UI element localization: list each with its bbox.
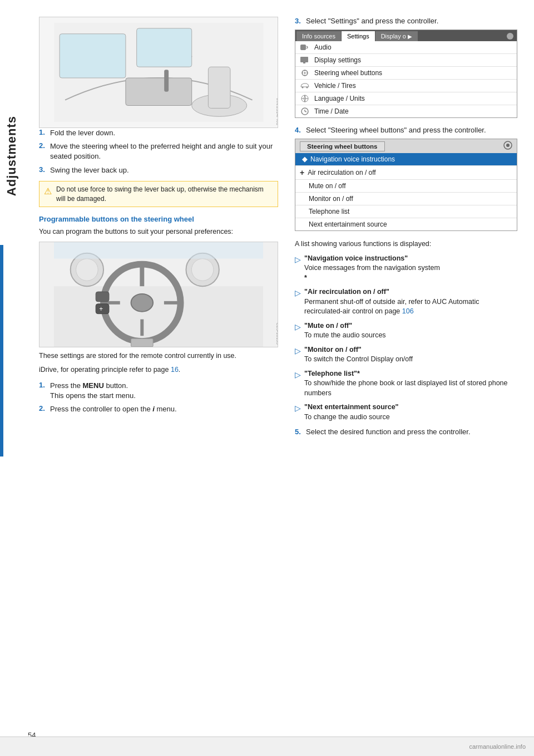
func-item-air: ▷ "Air recirculation on / off" Permanent…: [295, 287, 517, 317]
svg-rect-15: [96, 292, 109, 302]
func-content: "Air recirculation on / off" Permanent s…: [304, 287, 517, 317]
i-icon: i: [152, 405, 155, 413]
step-number: 3.: [39, 165, 47, 175]
step-item: 1. Fold the lever down.: [39, 128, 278, 138]
svg-text:+: +: [99, 305, 103, 313]
func-arrow: ▷: [295, 288, 301, 317]
warning-box: ⚠ Do not use force to swing the lever ba…: [39, 181, 278, 208]
menu-item-time[interactable]: Time / Date: [295, 105, 517, 117]
tab-info-sources[interactable]: Info sources: [296, 31, 341, 41]
audio-icon: [300, 43, 310, 51]
swb-item-nav[interactable]: ◆ Navigation voice instructions: [295, 153, 517, 166]
swb-item-monitor[interactable]: Monitor on / off: [295, 193, 517, 205]
swb-bullet: +: [300, 168, 304, 177]
menu-item-display[interactable]: Display settings: [295, 54, 517, 67]
swb-item-next[interactable]: Next entertainment source: [295, 218, 517, 230]
swb-item-telephone[interactable]: Telephone list: [295, 205, 517, 218]
menu-label: Vehicle / Tires: [314, 82, 356, 90]
steering-buttons-ui-screenshot: Steering wheel buttons ◆ Navigation voic…: [295, 139, 517, 231]
substep-text: This opens the start menu.: [50, 391, 136, 400]
image-watermark: VIN:2314P/01: [275, 97, 278, 125]
time-icon: [300, 107, 310, 115]
bottom-bar: carmanualonline.info: [0, 737, 534, 756]
swb-bullet: ◆: [302, 155, 307, 163]
steps-list-2: 1. Press the MENU button. This opens the…: [39, 381, 278, 415]
settings-icon: [503, 141, 512, 150]
menu-label: Audio: [314, 43, 332, 51]
svg-rect-26: [303, 62, 305, 63]
svg-line-39: [305, 111, 306, 112]
chapter-label-text: Adjustments: [4, 116, 19, 196]
swb-item-air[interactable]: + Air recirculation on / off: [295, 166, 517, 180]
func-item-telephone: ▷ "Telephone list"* To show/hide the pho…: [295, 369, 517, 399]
step-item: 3. Swing the lever back up.: [39, 165, 278, 175]
menu-bold: MENU: [83, 381, 104, 390]
menu-label: Display settings: [314, 56, 361, 64]
swb-item-mute[interactable]: Mute on / off: [295, 180, 517, 193]
step-item: 2. Move the steering wheel to the prefer…: [39, 141, 278, 161]
ui-icon: [507, 33, 513, 40]
page-ref-16[interactable]: 16: [171, 366, 179, 374]
svg-point-22: [191, 259, 214, 281]
vehicle-icon: [300, 82, 310, 90]
swb-label: Mute on / off: [309, 182, 346, 190]
page-ref-106[interactable]: 106: [402, 307, 414, 315]
menu-item-language[interactable]: Language / Units: [295, 92, 517, 105]
ui-swb-icon: [503, 141, 512, 151]
func-title: "Monitor on / off": [304, 345, 413, 355]
step-item: 1. Press the MENU button. This opens the…: [39, 381, 278, 401]
func-title: "Navigation voice instructions": [304, 254, 440, 264]
settings-ui-screenshot: Info sources Settings Display o ▶ Audio: [295, 30, 517, 118]
svg-point-28: [304, 72, 306, 74]
tab-display[interactable]: Display o ▶: [375, 31, 418, 41]
menu-item-audio[interactable]: Audio: [295, 41, 517, 54]
step-number: 2.: [39, 404, 47, 414]
step5-num: 5.: [295, 428, 303, 436]
func-arrow: ▷: [295, 322, 301, 341]
step-text: Move the steering wheel to the preferred…: [50, 141, 278, 161]
func-title: "Next entertainment source": [304, 402, 399, 413]
func-arrow: ▷: [295, 403, 301, 422]
step-text: Fold the lever down.: [50, 128, 278, 138]
svg-point-34: [306, 87, 308, 89]
list-intro: A list showing various functions is disp…: [295, 239, 517, 249]
warning-text: Do not use force to swing the lever back…: [56, 185, 273, 204]
steering-icon: [300, 69, 310, 77]
menu-item-vehicle[interactable]: Vehicle / Tires: [295, 80, 517, 92]
func-content: "Monitor on / off" To switch the Control…: [304, 345, 413, 365]
menu-label: Steering wheel buttons: [314, 69, 382, 77]
watermark-text: carmanualonline.info: [469, 743, 526, 750]
func-content: "Telephone list"* To show/hide the phone…: [304, 369, 517, 399]
func-item-nav: ▷ "Navigation voice instructions" Voice …: [295, 254, 517, 283]
tab-label: Display o: [381, 33, 406, 40]
steering-wheel-image: + C25-10195: [39, 242, 278, 347]
note-idrive: iDrive, for operating principle refer to…: [39, 365, 278, 375]
step3-row: 3. Select "Settings" and press the contr…: [295, 17, 517, 25]
step-number: 2.: [39, 141, 47, 161]
menu-item-steering[interactable]: Steering wheel buttons: [295, 67, 517, 80]
right-column: 3. Select "Settings" and press the contr…: [295, 17, 517, 436]
ui-swb-header: Steering wheel buttons: [295, 139, 517, 153]
language-icon: [300, 95, 310, 102]
display-icon: [300, 56, 310, 64]
tab-label: Info sources: [302, 33, 335, 40]
func-arrow: ▷: [295, 370, 301, 399]
note-line2: iDrive, for operating principle refer to…: [39, 366, 171, 374]
func-title: "Mute on / off": [304, 321, 386, 331]
warning-icon: ⚠: [44, 185, 52, 198]
step-text: Press the MENU button. This opens the st…: [50, 381, 278, 401]
tab-settings[interactable]: Settings: [342, 31, 375, 41]
tab-label: Settings: [347, 33, 369, 40]
step5-text: Select the desired function and press th…: [306, 428, 471, 436]
func-item-mute: ▷ "Mute on / off" To mute the audio sour…: [295, 321, 517, 341]
step-text: Swing the lever back up.: [50, 165, 278, 175]
right-steps: 3. Select "Settings" and press the contr…: [295, 17, 517, 25]
step-text: Press the controller to open the i menu.: [50, 404, 278, 414]
svg-point-41: [506, 144, 510, 147]
note-stored: These settings are stored for the remote…: [39, 351, 278, 361]
svg-rect-1: [126, 78, 192, 105]
step3-text: Select "Settings" and press the controll…: [306, 17, 438, 25]
section-heading: Programmable buttons on the steering whe…: [39, 215, 278, 223]
swb-label: Air recirculation on / off: [308, 169, 376, 176]
step5-row: 5. Select the desired function and press…: [295, 428, 517, 436]
